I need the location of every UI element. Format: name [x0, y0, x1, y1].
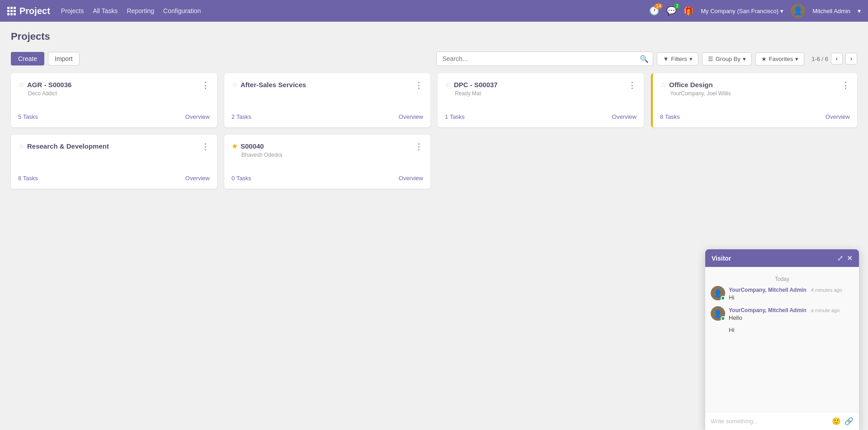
star-toggle-research[interactable]: ☆: [18, 142, 24, 150]
avatar[interactable]: 👤: [791, 4, 805, 18]
card-overview-dpc[interactable]: Overview: [612, 113, 637, 120]
next-page-button[interactable]: ›: [845, 53, 857, 65]
card-overview-after-sales[interactable]: Overview: [399, 113, 423, 120]
app-name: Project: [19, 6, 50, 16]
search-filter-area: 🔍 ▼ Filters ▾ ☰ Group By ▾ ★ Favorites ▾…: [436, 51, 857, 66]
search-icon[interactable]: 🔍: [640, 55, 649, 63]
chevron-down-icon: ▾: [780, 8, 783, 14]
topnav-right: 🕐 14 💬 3 🎁 My Company (San Francisco) ▾ …: [649, 4, 861, 18]
card-menu-agr[interactable]: ⋮: [201, 80, 210, 90]
filters-chevron-icon: ▾: [689, 56, 693, 62]
create-button[interactable]: Create: [11, 52, 44, 65]
card-menu-after-sales[interactable]: ⋮: [415, 80, 423, 90]
card-footer-research: 8 Tasks Overview: [18, 175, 210, 182]
filters-button[interactable]: ▼ Filters ▾: [657, 52, 698, 65]
project-card-s00040: ★ S00040 Bhavesh Odedra ⋮ 0 Tasks Overvi…: [224, 135, 430, 189]
filters-label: Filters: [671, 56, 687, 62]
card-title-row: ☆ AGR - S00036: [18, 80, 71, 89]
card-overview-office-design[interactable]: Overview: [826, 113, 850, 120]
card-title-s00040[interactable]: S00040: [241, 142, 264, 150]
card-header: ★ S00040 Bhavesh Odedra ⋮: [231, 142, 423, 158]
card-header: ☆ Research & Development ⋮: [18, 142, 210, 152]
app-logo[interactable]: Project: [7, 6, 50, 16]
pagination: 1-6 / 6 ‹ ›: [811, 53, 857, 65]
gift-icon: 🎁: [684, 6, 693, 15]
message-badge: 3: [674, 3, 680, 9]
card-subtitle-s00040: Bhavesh Odedra: [241, 152, 282, 158]
card-tasks-research: 8 Tasks: [18, 175, 38, 182]
star-icon: ★: [761, 56, 767, 62]
card-footer-dpc: 1 Tasks Overview: [445, 113, 637, 120]
card-title-office-design[interactable]: Office Design: [669, 81, 713, 89]
nav-configuration[interactable]: Configuration: [163, 7, 201, 14]
project-card-agr: ☆ AGR - S00036 Deco Addict ⋮ 5 Tasks Ove…: [11, 73, 217, 127]
prev-page-button[interactable]: ‹: [831, 53, 843, 65]
card-header: ☆ DPC - S00037 Ready Mat ⋮: [445, 80, 637, 97]
card-title-row: ☆ DPC - S00037: [445, 80, 498, 89]
nav-all-tasks[interactable]: All Tasks: [93, 7, 118, 14]
card-overview-s00040[interactable]: Overview: [399, 175, 423, 182]
card-subtitle-dpc: Ready Mat: [455, 90, 498, 97]
topnav: Project Projects All Tasks Reporting Con…: [0, 0, 868, 22]
company-selector[interactable]: My Company (San Francisco) ▾: [701, 8, 783, 14]
star-toggle-agr[interactable]: ☆: [18, 80, 24, 89]
card-overview-agr[interactable]: Overview: [185, 113, 210, 120]
grid-icon: [7, 7, 16, 15]
star-toggle-after-sales[interactable]: ☆: [231, 80, 238, 89]
card-title-row: ☆ Office Design: [660, 80, 731, 89]
pagination-text: 1-6 / 6: [811, 56, 828, 62]
card-title-dpc[interactable]: DPC - S00037: [454, 81, 498, 89]
group-by-label: Group By: [716, 56, 741, 62]
project-card-research: ☆ Research & Development ⋮ 8 Tasks Overv…: [11, 135, 217, 189]
card-menu-s00040[interactable]: ⋮: [415, 142, 423, 152]
card-title-row: ☆ Research & Development: [18, 142, 109, 150]
page-title: Projects: [11, 31, 50, 42]
star-toggle-s00040[interactable]: ★: [231, 142, 238, 150]
nav-projects[interactable]: Projects: [61, 7, 84, 14]
card-tasks-agr: 5 Tasks: [18, 113, 38, 120]
favorites-chevron-icon: ▾: [795, 56, 798, 62]
card-overview-research[interactable]: Overview: [185, 175, 210, 182]
card-menu-office-design[interactable]: ⋮: [841, 80, 850, 90]
group-by-button[interactable]: ☰ Group By ▾: [702, 52, 752, 65]
gift-notification[interactable]: 🎁: [684, 6, 693, 16]
card-tasks-s00040: 0 Tasks: [231, 175, 251, 182]
project-card-after-sales: ☆ After-Sales Services ⋮ 2 Tasks Overvie…: [224, 73, 430, 127]
card-tasks-after-sales: 2 Tasks: [231, 113, 251, 120]
import-button[interactable]: Import: [48, 52, 80, 65]
card-tasks-office-design: 8 Tasks: [660, 113, 680, 120]
cards-grid: ☆ AGR - S00036 Deco Addict ⋮ 5 Tasks Ove…: [11, 73, 857, 189]
message-notification[interactable]: 💬 3: [666, 6, 676, 16]
action-buttons: Create Import: [11, 52, 80, 65]
card-footer-office-design: 8 Tasks Overview: [660, 113, 850, 120]
star-toggle-office-design[interactable]: ☆: [660, 80, 666, 89]
card-title-agr[interactable]: AGR - S00036: [27, 81, 71, 89]
group-by-chevron-icon: ▾: [743, 56, 746, 62]
favorites-label: Favorites: [769, 56, 793, 62]
project-card-dpc: ☆ DPC - S00037 Ready Mat ⋮ 1 Tasks Overv…: [438, 73, 644, 127]
card-footer-agr: 5 Tasks Overview: [18, 113, 210, 120]
toolbar-left: Projects: [11, 31, 50, 48]
main-toolbar: Projects: [11, 31, 857, 48]
card-subtitle-agr: Deco Addict: [28, 90, 71, 97]
star-toggle-dpc[interactable]: ☆: [445, 80, 451, 89]
nav-reporting[interactable]: Reporting: [127, 7, 154, 14]
card-tasks-dpc: 1 Tasks: [445, 113, 465, 120]
clock-badge: 14: [654, 3, 663, 9]
user-name[interactable]: Mitchell Admin: [812, 8, 850, 14]
search-input[interactable]: [436, 51, 653, 66]
nav-links: Projects All Tasks Reporting Configurati…: [61, 7, 201, 14]
card-subtitle-office-design: YourCompany, Joel Willis: [670, 90, 731, 97]
card-title-after-sales[interactable]: After-Sales Services: [241, 81, 306, 89]
card-menu-research[interactable]: ⋮: [201, 142, 210, 152]
card-title-row: ★ S00040: [231, 142, 282, 150]
clock-notification[interactable]: 🕐 14: [649, 6, 659, 16]
card-menu-dpc[interactable]: ⋮: [628, 80, 637, 90]
card-header: ☆ Office Design YourCompany, Joel Willis…: [660, 80, 850, 97]
card-title-research[interactable]: Research & Development: [27, 142, 109, 150]
filter-icon: ▼: [663, 56, 669, 62]
user-chevron-icon: ▾: [858, 7, 861, 14]
company-name: My Company (San Francisco): [701, 8, 778, 14]
favorites-button[interactable]: ★ Favorites ▾: [755, 52, 804, 65]
page-content: Projects Create Import 🔍 ▼ Filters ▾ ☰ G…: [0, 22, 868, 198]
